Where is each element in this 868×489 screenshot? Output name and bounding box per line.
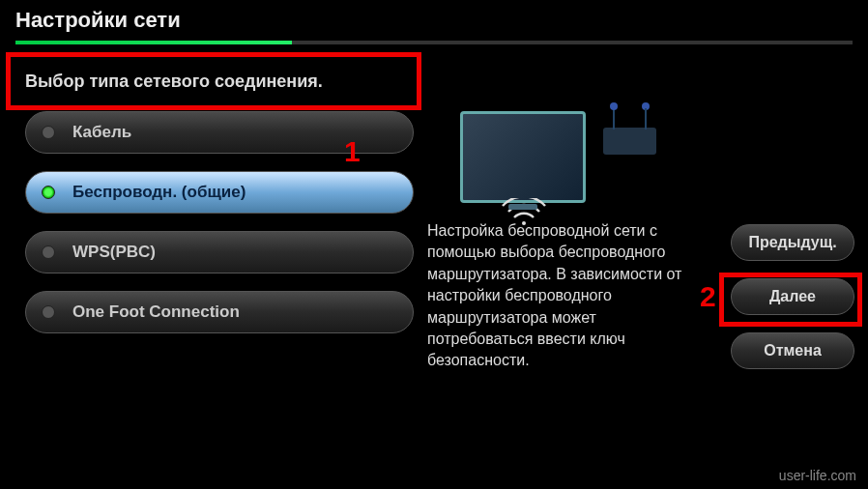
wizard-progress bbox=[15, 41, 853, 44]
watermark: user-life.com bbox=[779, 468, 856, 483]
router-icon bbox=[603, 128, 656, 155]
option-label: One Foot Connection bbox=[72, 302, 240, 322]
radio-icon bbox=[42, 245, 55, 259]
option-label: Кабель bbox=[72, 123, 131, 142]
option-label: Беспроводн. (общие) bbox=[72, 183, 246, 202]
preview-panel: Настройка беспроводной сети с помощью вы… bbox=[414, 111, 694, 372]
radio-icon bbox=[42, 126, 55, 139]
option-description: Настройка беспроводной сети с помощью вы… bbox=[421, 220, 694, 372]
option-one-foot[interactable]: One Foot Connection bbox=[25, 291, 414, 333]
section-subtitle: Выбор типа сетевого соединения. bbox=[25, 72, 868, 92]
connection-diagram bbox=[421, 111, 694, 203]
option-wps-pbc[interactable]: WPS(PBC) bbox=[25, 231, 414, 273]
option-wireless-general[interactable]: Беспроводн. (общие) bbox=[25, 171, 414, 214]
cancel-button[interactable]: Отмена bbox=[731, 332, 854, 369]
previous-button[interactable]: Предыдущ. bbox=[731, 224, 854, 261]
annotation-marker-1: 1 bbox=[344, 135, 361, 168]
radio-icon bbox=[42, 186, 55, 199]
radio-icon bbox=[42, 305, 55, 319]
page-title: Настройки сети bbox=[15, 8, 853, 33]
option-label: WPS(PBC) bbox=[72, 243, 156, 262]
monitor-icon bbox=[460, 111, 586, 203]
next-button[interactable]: Далее bbox=[731, 278, 854, 315]
wifi-icon bbox=[500, 198, 548, 227]
wizard-progress-fill bbox=[15, 41, 292, 44]
annotation-marker-2: 2 bbox=[700, 280, 716, 313]
wizard-actions: Предыдущ. Далее Отмена bbox=[731, 224, 854, 387]
